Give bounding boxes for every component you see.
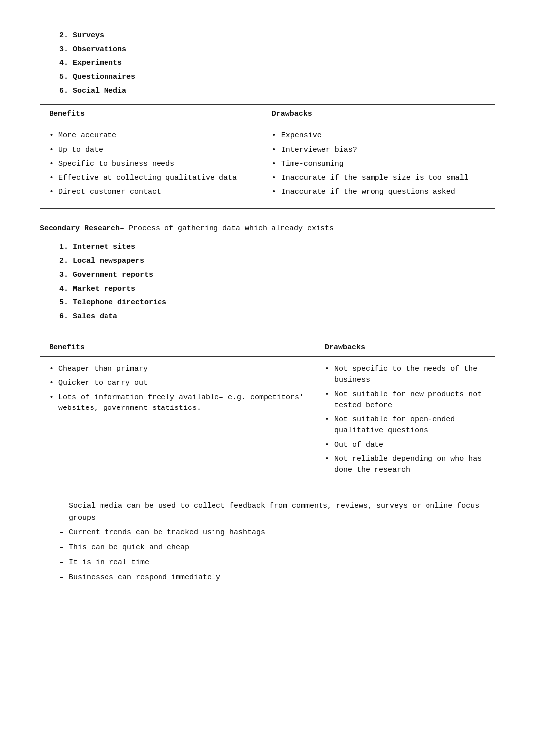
sec-benefit-3: Lots of information freely available– e.… [49, 392, 307, 414]
primary-drawbacks-cell: Expensive Interviewer bias? Time-consumi… [263, 123, 495, 209]
list-item-observations: 3. Observations [59, 44, 495, 56]
sec-drawback-1: Not specific to the needs of the busines… [325, 364, 486, 386]
sec-drawback-4: Out of date [325, 440, 486, 451]
benefit-1: More accurate [49, 130, 254, 142]
drawback-4: Inaccurate if the sample size is too sma… [272, 173, 486, 184]
drawback-5: Inaccurate if the wrong questions asked [272, 187, 486, 198]
list-item-surveys: 2. Surveys [59, 30, 495, 42]
secondary-item-6: 6. Sales data [59, 311, 495, 323]
primary-benefits-cell: More accurate Up to date Specific to bus… [40, 123, 263, 209]
benefit-4: Effective at collecting qualitative data [49, 173, 254, 184]
primary-methods-list: 2. Surveys 3. Observations 4. Experiment… [40, 30, 495, 97]
benefit-2: Up to date [49, 145, 254, 156]
secondary-item-1: 1. Internet sites [59, 241, 495, 253]
primary-drawbacks-list: Expensive Interviewer bias? Time-consumi… [272, 130, 486, 198]
list-item-questionnaires: 5. Questionnaires [59, 71, 495, 83]
list-item-experiments: 4. Experiments [59, 58, 495, 69]
primary-table: Benefits Drawbacks More accurate Up to d… [40, 104, 495, 209]
secondary-benefits-cell: Cheaper than primary Quicker to carry ou… [40, 356, 316, 486]
sec-benefit-1: Cheaper than primary [49, 364, 307, 375]
drawback-1: Expensive [272, 130, 486, 142]
social-point-5: Businesses can respond immediately [59, 572, 495, 583]
sec-drawback-5: Not reliable depending on who has done t… [325, 454, 486, 476]
list-item-social-media: 6. Social Media [59, 85, 495, 97]
benefits-header: Benefits [40, 105, 263, 123]
sec-drawback-2: Not suitable for new products not tested… [325, 389, 486, 411]
benefit-5: Direct customer contact [49, 187, 254, 198]
sec-drawback-3: Not suitable for open-ended qualitative … [325, 414, 486, 437]
secondary-table: Benefits Drawbacks Cheaper than primary … [40, 338, 495, 487]
social-point-1: Social media can be used to collect feed… [59, 500, 495, 524]
secondary-benefits-list: Cheaper than primary Quicker to carry ou… [49, 364, 307, 414]
secondary-item-4: 4. Market reports [59, 283, 495, 295]
social-media-list: Social media can be used to collect feed… [40, 500, 495, 583]
drawback-2: Interviewer bias? [272, 145, 486, 156]
secondary-drawbacks-header: Drawbacks [316, 338, 495, 356]
drawback-3: Time-consuming [272, 159, 486, 170]
secondary-benefits-header: Benefits [40, 338, 316, 356]
secondary-item-3: 3. Government reports [59, 269, 495, 281]
secondary-methods-list: 1. Internet sites 2. Local newspapers 3.… [40, 241, 495, 323]
secondary-item-2: 2. Local newspapers [59, 255, 495, 267]
primary-benefits-list: More accurate Up to date Specific to bus… [49, 130, 254, 198]
social-point-2: Current trends can be tracked using hash… [59, 527, 495, 539]
secondary-drawbacks-cell: Not specific to the needs of the busines… [316, 356, 495, 486]
benefit-3: Specific to business needs [49, 159, 254, 170]
social-point-3: This can be quick and cheap [59, 542, 495, 554]
secondary-drawbacks-list: Not specific to the needs of the busines… [325, 364, 486, 476]
drawbacks-header: Drawbacks [263, 105, 495, 123]
secondary-item-5: 5. Telephone directories [59, 297, 495, 309]
secondary-research-heading: Secondary Research– Process of gathering… [40, 223, 495, 234]
sec-benefit-2: Quicker to carry out [49, 378, 307, 389]
social-point-4: It is in real time [59, 557, 495, 569]
